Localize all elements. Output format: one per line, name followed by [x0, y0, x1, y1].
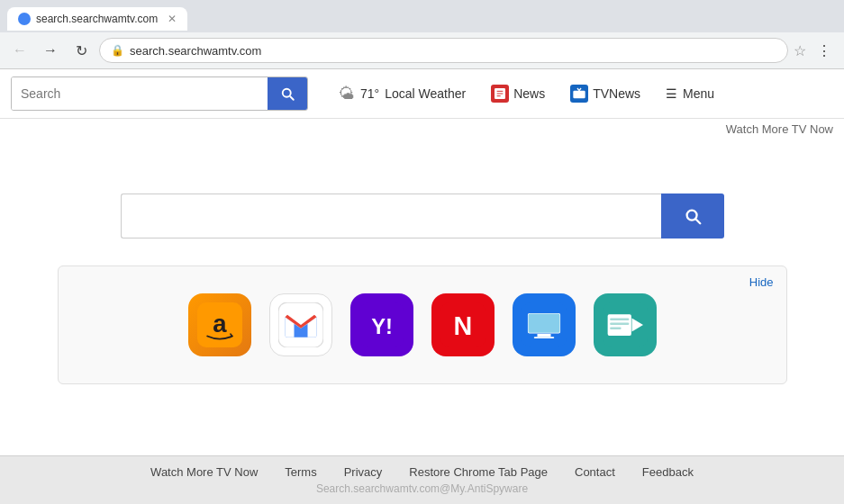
svg-rect-16 [528, 313, 559, 332]
svg-line-6 [579, 88, 581, 91]
footer-terms[interactable]: Terms [285, 465, 316, 479]
tv-svg [522, 302, 567, 347]
shortcut-yahoo[interactable]: Y! [350, 293, 413, 356]
weather-label: Local Weather [385, 86, 466, 101]
tab-favicon [18, 13, 31, 25]
shortcuts-panel: Hide a [58, 266, 787, 384]
weather-icon: 🌤 [339, 85, 355, 104]
svg-text:N: N [453, 311, 472, 340]
amazon-svg: a [197, 302, 242, 347]
amazon-icon: a [188, 293, 251, 356]
reload-button[interactable]: ↻ [68, 38, 94, 63]
video-icon [594, 293, 657, 356]
netflix-svg: N [440, 302, 486, 347]
footer-links: Watch More TV Now Terms Privacy Restore … [150, 465, 694, 479]
yahoo-icon: Y! [350, 293, 413, 356]
footer-watermark: Search.searchwamtv.com@My.AntiSpyware [316, 482, 528, 495]
hamburger-icon: ☰ [666, 86, 677, 101]
news-label: News [513, 86, 545, 101]
shortcut-video[interactable] [594, 293, 657, 356]
search-icon [279, 86, 295, 102]
center-search-box [121, 194, 724, 238]
news-link[interactable]: News [478, 79, 558, 108]
browser-chrome: search.searchwamtv.com ✕ ← → ↻ 🔒 search.… [0, 0, 844, 69]
svg-rect-17 [537, 334, 550, 337]
svg-rect-18 [533, 337, 554, 338]
footer: Watch More TV Now Terms Privacy Restore … [0, 455, 844, 504]
footer-feedback[interactable]: Feedback [642, 465, 694, 479]
chrome-menu-button[interactable]: ⋮ [812, 38, 837, 63]
weather-temp: 71° [360, 86, 379, 101]
center-search-icon [683, 206, 703, 226]
top-search-input[interactable] [12, 77, 268, 110]
forward-button[interactable]: → [38, 38, 63, 63]
nav-bar: ← → ↻ 🔒 search.searchwamtv.com ☆ ⋮ [0, 32, 844, 68]
tab-close-icon[interactable]: ✕ [168, 13, 177, 25]
tab-title: search.searchwamtv.com [36, 13, 158, 25]
footer-restore-chrome-tab-page[interactable]: Restore Chrome Tab Page [409, 465, 548, 479]
footer-contact[interactable]: Contact [575, 465, 615, 479]
tvnews-link[interactable]: TVNews [558, 79, 653, 108]
footer-watch-more-tv-now[interactable]: Watch More TV Now [150, 465, 258, 479]
shortcut-netflix[interactable]: N [431, 293, 495, 356]
watch-tv-link[interactable]: Watch More TV Now [726, 122, 833, 136]
tvnews-svg-icon [572, 86, 586, 101]
shortcut-tv[interactable] [513, 293, 576, 356]
svg-text:a: a [213, 309, 227, 337]
top-nav-links: 🌤 71° Local Weather News TVNews ☰ Menu [326, 79, 727, 109]
top-search-button[interactable] [268, 77, 307, 110]
bookmark-button[interactable]: ☆ [794, 42, 806, 59]
svg-text:Y!: Y! [371, 314, 393, 338]
address-bar[interactable]: 🔒 search.searchwamtv.com [99, 38, 788, 63]
tv-icon [513, 293, 576, 356]
svg-rect-22 [610, 318, 629, 320]
tvnews-icon [570, 85, 588, 103]
gmail-icon [269, 293, 332, 356]
center-search-button[interactable] [661, 194, 724, 238]
browser-tab[interactable]: search.searchwamtv.com ✕ [7, 7, 187, 31]
menu-link[interactable]: ☰ Menu [653, 81, 727, 106]
watch-tv-bar: Watch More TV Now [0, 119, 844, 140]
news-icon [491, 85, 509, 103]
shortcut-gmail[interactable] [269, 293, 332, 356]
yahoo-svg: Y! [359, 302, 404, 347]
footer-privacy[interactable]: Privacy [344, 465, 383, 479]
shortcuts-grid: a [95, 293, 750, 356]
gmail-svg [278, 302, 323, 347]
tvnews-label: TVNews [593, 86, 640, 101]
svg-rect-24 [610, 327, 622, 329]
address-text: search.searchwamtv.com [130, 44, 776, 58]
tab-bar: search.searchwamtv.com ✕ [0, 0, 844, 32]
center-search-input[interactable] [121, 194, 661, 238]
netflix-icon: N [431, 293, 495, 356]
svg-rect-23 [610, 322, 629, 325]
weather-widget[interactable]: 🌤 71° Local Weather [326, 79, 478, 109]
lock-icon: 🔒 [111, 44, 124, 57]
page-top-nav: 🌤 71° Local Weather News TVNews ☰ Menu [0, 69, 844, 119]
svg-rect-4 [574, 91, 585, 99]
shortcut-amazon[interactable]: a [188, 293, 251, 356]
main-content: Hide a [0, 140, 844, 455]
back-button[interactable]: ← [7, 38, 32, 63]
news-svg-icon [493, 86, 507, 101]
menu-label: Menu [683, 86, 714, 101]
hide-shortcuts-link[interactable]: Hide [749, 275, 774, 289]
top-search-box [11, 76, 308, 111]
video-svg [603, 302, 648, 347]
